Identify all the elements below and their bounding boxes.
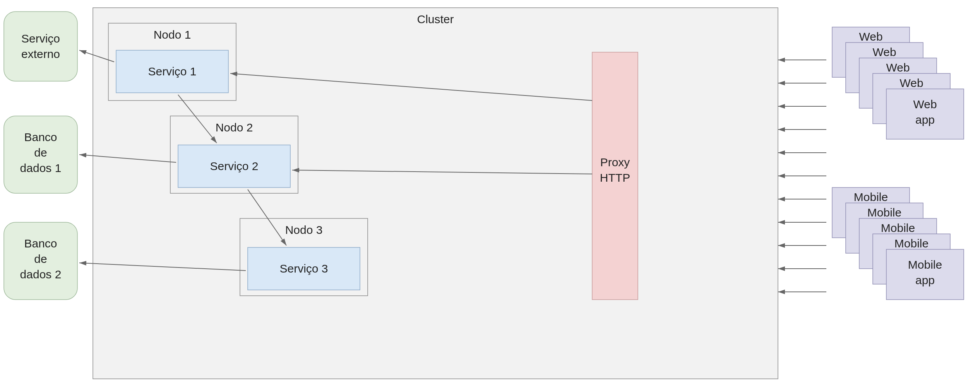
svg-text:Mobile: Mobile	[894, 237, 929, 250]
external-service-l1: Serviço	[21, 32, 60, 45]
web-app-l1: Web	[913, 98, 937, 111]
cluster-title: Cluster	[417, 13, 454, 26]
architecture-diagram: Cluster Nodo 1 Serviço 1 Nodo 2 Serviço …	[0, 0, 980, 392]
service-1-label: Serviço 1	[148, 65, 196, 78]
client-arrows	[778, 60, 826, 292]
svg-text:Mobile: Mobile	[867, 206, 901, 219]
mobile-app-stack: Mobile Mobile Mobile Mobile Mobile app	[832, 187, 964, 300]
node-1-title: Nodo 1	[154, 28, 191, 41]
svg-text:Web: Web	[886, 61, 910, 74]
svg-text:Mobile: Mobile	[881, 222, 915, 234]
database-2-l2: de	[34, 252, 47, 265]
mobile-app-l1: Mobile	[908, 258, 942, 271]
web-app-l2: app	[915, 113, 935, 126]
database-1-l3: dados 1	[20, 162, 62, 174]
svg-text:Mobile: Mobile	[854, 191, 888, 203]
web-app-stack: Web Web Web Web Web app	[832, 27, 964, 139]
database-1-l2: de	[34, 146, 47, 159]
mobile-app-l2: app	[915, 274, 935, 286]
proxy-label-2: HTTP	[600, 171, 630, 184]
external-service-l2: externo	[21, 48, 60, 60]
svg-text:Web: Web	[859, 30, 882, 43]
node-2-title: Nodo 2	[216, 121, 253, 134]
database-2-l1: Banco	[24, 237, 57, 250]
database-1-l1: Banco	[24, 131, 57, 143]
node-3-title: Nodo 3	[285, 223, 323, 236]
svg-text:Web: Web	[899, 77, 923, 89]
database-2-l3: dados 2	[20, 268, 62, 281]
service-3-label: Serviço 3	[279, 262, 328, 275]
service-2-label: Serviço 2	[210, 160, 258, 172]
proxy-label-1: Proxy	[600, 156, 630, 169]
external-service-box	[4, 12, 77, 81]
svg-text:Web: Web	[872, 46, 896, 58]
